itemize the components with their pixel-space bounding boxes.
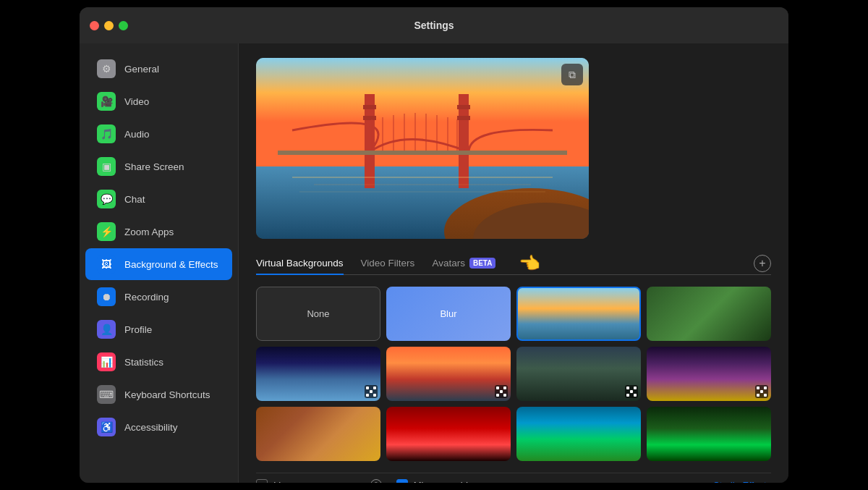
tab-video-filters[interactable]: Video Filters — [361, 252, 415, 274]
preview-image — [256, 58, 589, 239]
qr-overlay-2 — [495, 385, 508, 398]
background-icon: 🖼 — [97, 255, 116, 274]
background-item-red-abstract[interactable] — [386, 407, 511, 461]
tab-avatars[interactable]: Avatars BETA — [432, 252, 495, 274]
svg-rect-10 — [278, 151, 567, 155]
background-item-aurora[interactable] — [647, 407, 771, 461]
studio-effects-link[interactable]: Studio Effects — [713, 480, 771, 483]
pointer-hint-icon: 👈 — [519, 253, 540, 274]
chat-icon: 💬 — [97, 190, 116, 208]
background-item-none[interactable]: None — [256, 287, 380, 341]
green-screen-checkbox-label[interactable]: I have a green screen ? — [256, 479, 382, 483]
mirror-video-checkbox[interactable]: ✓ — [396, 479, 408, 483]
sidebar-item-audio[interactable]: 🎵 Audio — [85, 118, 232, 150]
qr-overlay-4 — [755, 385, 768, 398]
sidebar-label-zoom-apps: Zoom Apps — [124, 227, 174, 237]
beta-badge: BETA — [469, 258, 495, 269]
titlebar: Settings — [80, 7, 788, 43]
background-preview: ⧉ — [256, 58, 589, 239]
zoom-apps-icon: ⚡ — [97, 222, 116, 241]
background-item-golden-gate[interactable] — [516, 287, 641, 341]
share-screen-icon: ▣ — [97, 157, 116, 176]
keyboard-icon: ⌨ — [97, 385, 116, 404]
sidebar-item-general[interactable]: ⚙ General — [85, 53, 232, 85]
background-item-grass[interactable] — [647, 287, 771, 341]
maximize-button[interactable] — [119, 21, 128, 30]
tabs-row: Virtual Backgrounds Video Filters Avatar… — [256, 252, 771, 275]
green-screen-checkbox[interactable] — [256, 479, 268, 483]
golden-gate-svg — [256, 58, 589, 239]
qr-overlay — [365, 385, 378, 398]
svg-rect-0 — [256, 58, 589, 174]
sidebar: ⚙ General 🎥 Video 🎵 Audio ▣ Share Screen… — [80, 43, 239, 483]
sidebar-item-profile[interactable]: 👤 Profile — [85, 313, 232, 345]
sidebar-label-background-effects: Background & Effects — [124, 259, 218, 270]
mirror-video-checkbox-label[interactable]: ✓ Mirror my video — [396, 479, 479, 483]
sidebar-item-chat[interactable]: 💬 Chat — [85, 183, 232, 215]
svg-rect-6 — [363, 105, 376, 109]
close-button[interactable] — [90, 21, 99, 30]
backgrounds-grid-wrapper: None Blur — [256, 287, 771, 461]
background-item-ancient[interactable] — [256, 407, 380, 461]
svg-rect-9 — [457, 116, 470, 120]
window-title: Settings — [414, 20, 454, 31]
general-icon: ⚙ — [97, 59, 116, 78]
bottom-bar: I have a green screen ? ✓ Mirror my vide… — [256, 473, 771, 483]
sidebar-label-keyboard-shortcuts: Keyboard Shortcuts — [124, 389, 210, 400]
sidebar-item-background-effects[interactable]: 🖼 Background & Effects — [85, 248, 232, 280]
tab-virtual-backgrounds[interactable]: Virtual Backgrounds — [256, 252, 344, 274]
main-content: ⚙ General 🎥 Video 🎵 Audio ▣ Share Screen… — [80, 43, 788, 483]
sidebar-label-recording: Recording — [124, 292, 169, 303]
accessibility-icon: ♿ — [97, 418, 116, 436]
profile-icon: 👤 — [97, 320, 116, 339]
settings-window: Settings ⚙ General 🎥 Video 🎵 Audio ▣ Sha — [80, 7, 788, 483]
green-screen-help-icon[interactable]: ? — [370, 479, 382, 483]
background-item-blur[interactable]: Blur — [386, 287, 511, 341]
sidebar-label-profile: Profile — [124, 324, 152, 335]
recording-icon: ⏺ — [97, 287, 116, 306]
sidebar-item-statistics[interactable]: 📊 Statistics — [85, 346, 232, 378]
sidebar-label-statistics: Statistics — [124, 357, 163, 368]
sidebar-item-video[interactable]: 🎥 Video — [85, 85, 232, 117]
background-item-space[interactable] — [256, 347, 380, 401]
sidebar-label-share-screen: Share Screen — [124, 161, 184, 172]
statistics-icon: 📊 — [97, 352, 116, 371]
qr-overlay-3 — [625, 385, 638, 398]
svg-rect-8 — [457, 105, 470, 109]
sidebar-item-zoom-apps[interactable]: ⚡ Zoom Apps — [85, 216, 232, 248]
main-panel: ⧉ Virtual Backgrounds Video Filters Avat… — [239, 43, 788, 483]
video-icon: 🎥 — [97, 92, 116, 111]
sidebar-item-keyboard-shortcuts[interactable]: ⌨ Keyboard Shortcuts — [85, 379, 232, 410]
minimize-button[interactable] — [104, 21, 114, 30]
background-item-forest[interactable] — [516, 347, 641, 401]
traffic-lights — [90, 21, 128, 30]
audio-icon: 🎵 — [97, 124, 116, 143]
sidebar-label-chat: Chat — [124, 194, 145, 205]
sidebar-label-video: Video — [124, 96, 149, 107]
background-item-ocean[interactable] — [516, 407, 641, 461]
sidebar-item-share-screen[interactable]: ▣ Share Screen — [85, 151, 232, 182]
sidebar-item-accessibility[interactable]: ♿ Accessibility — [85, 411, 232, 443]
background-item-city-night[interactable] — [647, 347, 771, 401]
sidebar-label-general: General — [124, 64, 159, 75]
svg-rect-7 — [363, 116, 376, 120]
sidebar-label-accessibility: Accessibility — [124, 422, 178, 433]
backgrounds-grid: None Blur — [256, 287, 771, 461]
sidebar-label-audio: Audio — [124, 129, 150, 140]
add-background-button[interactable]: + — [754, 255, 771, 272]
sidebar-item-recording[interactable]: ⏺ Recording — [85, 281, 232, 313]
copy-button[interactable]: ⧉ — [561, 64, 583, 85]
background-item-sunset[interactable] — [386, 347, 511, 401]
